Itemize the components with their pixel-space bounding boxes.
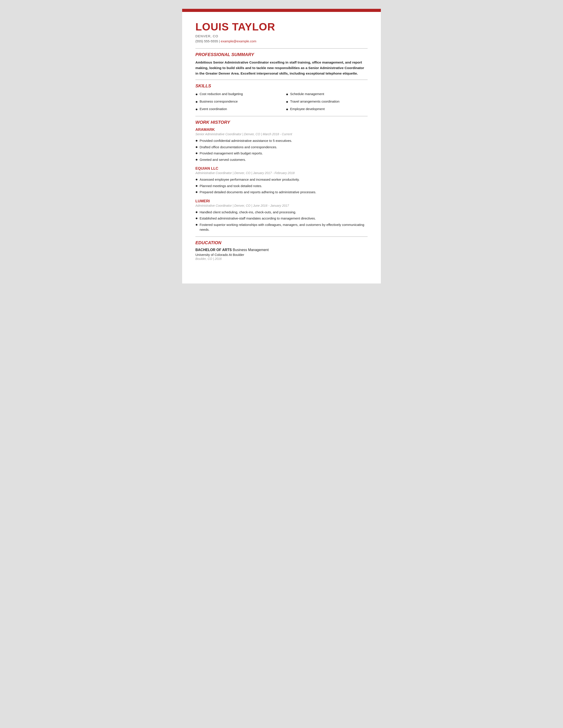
summary-section-title: PROFESSIONAL SUMMARY xyxy=(195,52,368,57)
professional-summary-section: PROFESSIONAL SUMMARY Ambitious Senior Ad… xyxy=(195,52,368,76)
work-entry-aramark: ARAMARK Senior Administrative Coordinato… xyxy=(195,128,368,163)
skill-label-4: Schedule management xyxy=(290,92,324,96)
company-name-aramark: ARAMARK xyxy=(195,128,368,132)
education-meta: Boulder, CO | 2016 xyxy=(195,257,368,261)
skill-label-5: Travel arrangements coordination xyxy=(290,99,340,103)
candidate-contact: (555) 555-5555 | example@example.com xyxy=(195,39,368,43)
education-field: Business Management xyxy=(233,248,269,252)
job-bullets-aramark: ● Provided confidential administrative a… xyxy=(195,138,368,163)
job-bullet-item: ● Greeted and served customers. xyxy=(195,157,368,163)
job-meta-aramark: Senior Administrative Coordinator | Denv… xyxy=(195,132,368,136)
candidate-phone: (555) 555-5555 xyxy=(195,39,218,43)
skill-label-3: Event coordination xyxy=(199,107,227,111)
education-section-title: EDUCATION xyxy=(195,240,368,245)
skill-item-5: ● Travel arrangements coordination xyxy=(286,99,368,105)
bullet-icon: ● xyxy=(195,151,198,156)
skill-label-6: Employee development xyxy=(290,107,325,111)
work-entry-lumeri: LUMERI Administrative Coordinator | Denv… xyxy=(195,199,368,233)
education-degree: BACHELOR OF ARTS Business Management xyxy=(195,248,368,252)
job-bullet-item: ● Provided management with budget report… xyxy=(195,150,368,157)
skills-section-title: SKILLS xyxy=(195,83,368,88)
skill-label-2: Business correspondence xyxy=(199,99,238,103)
skill-item-3: ● Event coordination xyxy=(195,106,277,113)
company-name-lumeri: LUMERI xyxy=(195,199,368,203)
skill-item-4: ● Schedule management xyxy=(286,91,368,98)
bullet-icon: ● xyxy=(195,222,198,227)
candidate-location: DENVER, CO xyxy=(195,34,368,38)
education-section: EDUCATION BACHELOR OF ARTS Business Mana… xyxy=(195,240,368,261)
job-bullet-item: ● Planned meetings and took detailed not… xyxy=(195,183,368,189)
job-bullet-item: ● Drafted office documentations and corr… xyxy=(195,144,368,150)
bullet-icon: ● xyxy=(195,177,198,182)
job-bullet-item: ● Provided confidential administrative a… xyxy=(195,138,368,144)
job-meta-lumeri: Administrative Coordinator | Denver, CO … xyxy=(195,204,368,207)
divider-after-summary xyxy=(195,80,368,80)
job-meta-equian: Administrative Coordinator | Denver, CO … xyxy=(195,171,368,175)
divider-after-header xyxy=(195,48,368,49)
job-bullets-lumeri: ● Handled client scheduling, check-ins, … xyxy=(195,209,368,233)
work-history-section: WORK HISTORY ARAMARK Senior Administrati… xyxy=(195,120,368,233)
skill-label-1: Cost reduction and budgeting xyxy=(199,92,243,96)
resume-document: LOUIS TAYLOR DENVER, CO (555) 555-5555 |… xyxy=(182,9,381,283)
divider-after-skills xyxy=(195,116,368,116)
bullet-icon: ● xyxy=(195,92,198,97)
job-bullet-item: ● Assessed employee performance and incr… xyxy=(195,176,368,183)
bullet-icon: ● xyxy=(195,216,198,221)
top-bar-decoration xyxy=(182,9,381,12)
skills-section: SKILLS ● Cost reduction and budgeting ● … xyxy=(195,83,368,113)
bullet-icon: ● xyxy=(195,138,198,143)
bullet-icon: ● xyxy=(195,210,198,215)
bullet-icon: ● xyxy=(286,92,289,97)
work-history-section-title: WORK HISTORY xyxy=(195,120,368,125)
candidate-email[interactable]: example@example.com xyxy=(221,39,256,43)
bullet-icon: ● xyxy=(195,107,198,112)
job-bullet-item: ● Fostered superior working relationship… xyxy=(195,222,368,233)
candidate-name: LOUIS TAYLOR xyxy=(195,21,368,33)
bullet-icon: ● xyxy=(195,190,198,195)
divider-after-work xyxy=(195,236,368,237)
resume-content: LOUIS TAYLOR DENVER, CO (555) 555-5555 |… xyxy=(182,12,381,270)
job-bullet-item: ● Handled client scheduling, check-ins, … xyxy=(195,209,368,216)
education-school: University of Colorado At Boulder xyxy=(195,253,368,257)
education-degree-bold: BACHELOR OF ARTS xyxy=(195,248,232,252)
bullet-icon: ● xyxy=(195,157,198,162)
work-entry-equian: EQUIAN LLC Administrative Coordinator | … xyxy=(195,166,368,195)
bullet-icon: ● xyxy=(195,184,198,188)
bullet-icon: ● xyxy=(286,107,289,112)
bullet-icon: ● xyxy=(286,99,289,104)
job-bullet-item: ● Established administrative-staff manda… xyxy=(195,215,368,222)
bullet-icon: ● xyxy=(195,99,198,104)
skill-item-6: ● Employee development xyxy=(286,106,368,113)
skills-grid: ● Cost reduction and budgeting ● Schedul… xyxy=(195,91,368,113)
contact-separator: | xyxy=(219,39,221,43)
header-section: LOUIS TAYLOR DENVER, CO (555) 555-5555 |… xyxy=(195,21,368,43)
summary-text: Ambitious Senior Administrative Coordina… xyxy=(195,60,368,76)
job-bullets-equian: ● Assessed employee performance and incr… xyxy=(195,176,368,195)
job-bullet-item: ● Prepared detailed documents and report… xyxy=(195,189,368,195)
bullet-icon: ● xyxy=(195,145,198,150)
company-name-equian: EQUIAN LLC xyxy=(195,166,368,171)
skill-item-1: ● Cost reduction and budgeting xyxy=(195,91,277,98)
skill-item-2: ● Business correspondence xyxy=(195,99,277,105)
